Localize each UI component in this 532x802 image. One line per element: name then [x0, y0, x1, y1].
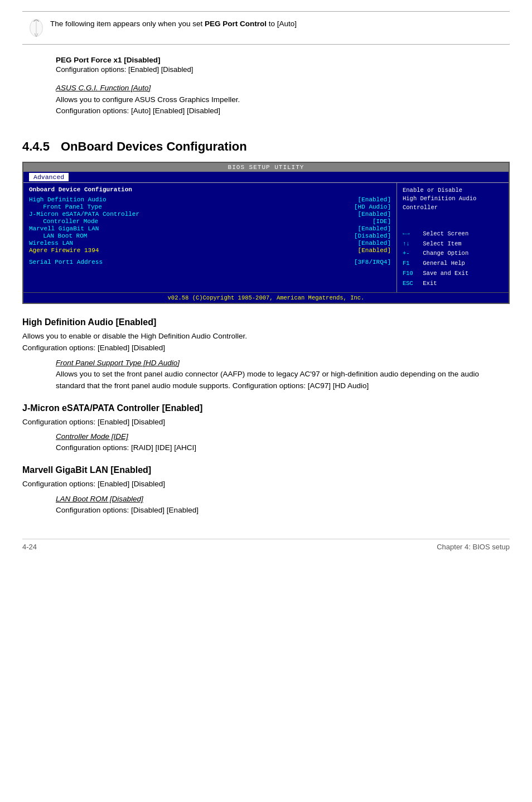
hda-sub-title: Front Panel Support Type [HD Audio] — [56, 359, 510, 367]
peg-port-config: Configuration options: [Enabled] [Disabl… — [56, 65, 510, 74]
bios-value-frontpanel: [HD Audio] — [354, 204, 391, 210]
section-heading: 4.4.5 OnBoard Devices Configuration — [22, 139, 510, 154]
bios-row-agere[interactable]: Agere Firewire 1394 [Enabled] — [29, 247, 391, 254]
hda-section: High Definition Audio [Enabled] Allows y… — [22, 317, 510, 392]
section-title: OnBoard Devices Configuration — [61, 139, 247, 154]
bios-left-panel: Onboard Device Configuration High Defini… — [23, 183, 397, 292]
marvell-sub: LAN Boot ROM [Disabled] Configuration op… — [56, 495, 510, 516]
bios-value-serialport: [3F8/IRQ4] — [354, 259, 391, 265]
asus-cgi-title: ASUS C.G.I. Function [Auto] — [56, 84, 510, 92]
bios-value-jmicron: [Enabled] — [358, 211, 391, 218]
hda-sub: Front Panel Support Type [HD Audio] Allo… — [56, 359, 510, 392]
asus-cgi-desc: Allows you to configure ASUS Cross Graph… — [56, 94, 510, 117]
marvell-heading: Marvell GigaBit LAN [Enabled] — [22, 465, 510, 475]
bios-value-lanbootrom: [Disabled] — [354, 233, 391, 239]
bios-right-panel: Enable or DisableHigh Definition AudioCo… — [397, 183, 509, 292]
bios-row-controllermode[interactable]: Controller Mode [IDE] — [29, 218, 391, 225]
bios-row-wireless[interactable]: Wireless LAN [Enabled] — [29, 240, 391, 247]
bios-row-lanbootrom[interactable]: LAN Boot ROM [Disabled] — [29, 233, 391, 239]
bios-help-text: Enable or DisableHigh Definition AudioCo… — [403, 186, 503, 212]
bios-label-jmicron: J-Micron eSATA/PATA Controller — [29, 211, 139, 218]
bios-label-lanbootrom: LAN Boot ROM — [29, 233, 87, 239]
bios-key-help: F1 General Help — [403, 259, 503, 269]
marvell-sub-title: LAN Boot ROM [Disabled] — [56, 495, 510, 503]
page-footer: 4-24 Chapter 4: BIOS setup — [22, 539, 510, 551]
bios-footer: v02.58 (C)Copyright 1985-2007, American … — [23, 292, 509, 303]
note-text: The following item appears only when you… — [50, 17, 297, 28]
bios-menu-bar: Advanced — [23, 172, 509, 183]
marvell-section: Marvell GigaBit LAN [Enabled] Configurat… — [22, 465, 510, 516]
bios-label-controllermode: Controller Mode — [29, 218, 98, 225]
jmicron-sub: Controller Mode [IDE] Configuration opti… — [56, 432, 510, 454]
bios-value-wireless: [Enabled] — [358, 240, 391, 247]
peg-port-section: PEG Port Force x1 [Disabled] Configurati… — [56, 56, 510, 74]
bios-row-marvell[interactable]: Marvell GigaBit LAN [Enabled] — [29, 225, 391, 232]
bios-row-hda[interactable]: High Definition Audio [Enabled] — [29, 196, 391, 203]
hda-desc: Allows you to enable or disable the High… — [22, 331, 510, 354]
bios-key-screen: ←→ Select Screen — [403, 229, 503, 239]
bios-value-agere: [Enabled] — [358, 247, 391, 254]
bios-label-serialport: Serial Port1 Address — [29, 259, 103, 265]
bios-row-serialport[interactable]: Serial Port1 Address [3F8/IRQ4] — [29, 259, 391, 265]
bios-title-bar: BIOS SETUP UTILITY — [23, 163, 509, 172]
hda-heading: High Definition Audio [Enabled] — [22, 317, 510, 327]
asus-cgi-section: ASUS C.G.I. Function [Auto] Allows you t… — [56, 84, 510, 117]
note-box: The following item appears only when you… — [22, 11, 510, 45]
peg-port-title: PEG Port Force x1 [Disabled] — [56, 56, 510, 64]
bios-body: Onboard Device Configuration High Defini… — [23, 183, 509, 292]
bios-key-option: +- Change Option — [403, 249, 503, 259]
bios-row-frontpanel[interactable]: Front Panel Type [HD Audio] — [29, 204, 391, 210]
page-number: 4-24 — [22, 543, 37, 551]
jmicron-desc: Configuration options: [Enabled] [Disabl… — [22, 417, 510, 428]
bios-label-hda: High Definition Audio — [29, 196, 107, 203]
marvell-sub-desc: Configuration options: [Disabled] [Enabl… — [56, 505, 510, 516]
bios-key-item: ↑↓ Select Item — [403, 239, 503, 249]
bios-row-jmicron[interactable]: J-Micron eSATA/PATA Controller [Enabled] — [29, 211, 391, 218]
bios-key-save: F10 Save and Exit — [403, 269, 503, 279]
jmicron-heading: J-Micron eSATA/PATA Controller [Enabled] — [22, 403, 510, 413]
bios-label-frontpanel: Front Panel Type — [29, 204, 102, 210]
bios-value-hda: [Enabled] — [358, 196, 391, 203]
bios-key-exit: ESC Exit — [403, 279, 503, 289]
note-icon — [22, 17, 50, 38]
bios-value-controllermode: [IDE] — [373, 218, 391, 225]
bios-label-marvell: Marvell GigaBit LAN — [29, 225, 99, 232]
marvell-desc: Configuration options: [Enabled] [Disabl… — [22, 479, 510, 490]
bios-screen: BIOS SETUP UTILITY Advanced Onboard Devi… — [22, 162, 510, 304]
bios-menu-advanced[interactable]: Advanced — [29, 173, 69, 181]
hda-sub-desc: Allows you to set the front panel audio … — [56, 369, 510, 392]
section-number: 4.4.5 — [22, 139, 50, 154]
jmicron-sub-desc: Configuration options: [RAID] [IDE] [AHC… — [56, 442, 510, 454]
bios-label-agere: Agere Firewire 1394 — [29, 247, 99, 254]
bios-label-wireless: Wireless LAN — [29, 240, 73, 247]
bios-keys: ←→ Select Screen ↑↓ Select Item +- Chang… — [403, 229, 503, 289]
jmicron-sub-title: Controller Mode [IDE] — [56, 432, 510, 441]
jmicron-section: J-Micron eSATA/PATA Controller [Enabled]… — [22, 403, 510, 455]
bios-value-marvell: [Enabled] — [358, 225, 391, 232]
bios-section-label: Onboard Device Configuration — [29, 186, 391, 193]
chapter-label: Chapter 4: BIOS setup — [437, 543, 510, 551]
